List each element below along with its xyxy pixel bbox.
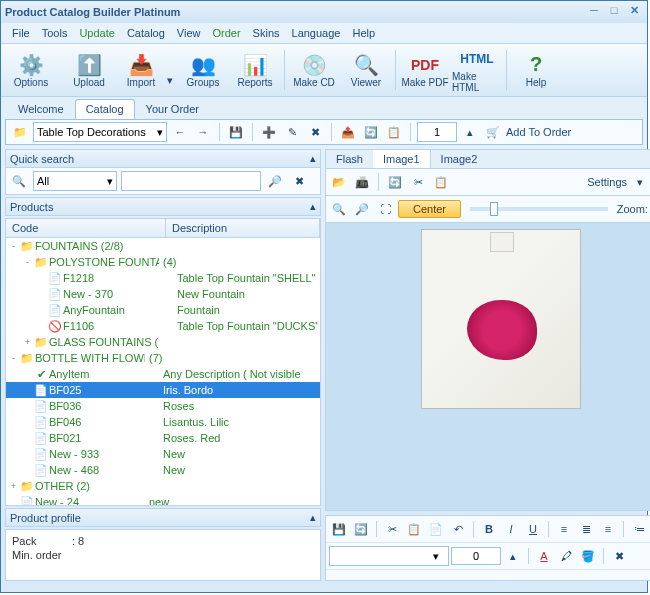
save-button[interactable]: 💾 xyxy=(226,122,246,142)
scan-button[interactable]: 📠 xyxy=(352,172,372,192)
tree-row[interactable]: 📄New - 468New xyxy=(6,462,320,478)
help-button[interactable]: ?Help xyxy=(510,46,562,94)
nav-forward-button[interactable]: → xyxy=(193,122,213,142)
tree-row[interactable]: 📄New - 370New Fountain xyxy=(6,286,320,302)
font-combo[interactable]: ▾ xyxy=(329,546,449,566)
menu-tools[interactable]: Tools xyxy=(37,25,73,41)
export-button[interactable]: 📤 xyxy=(338,122,358,142)
viewer-button[interactable]: 🔍Viewer xyxy=(340,46,392,94)
highlight-button[interactable]: 🖍 xyxy=(556,546,576,566)
add-to-order-icon[interactable]: 🛒 xyxy=(483,122,503,142)
ed-bold-button[interactable]: B xyxy=(479,519,499,539)
tree-row[interactable]: 📄New - 24new xyxy=(6,494,320,506)
menu-help[interactable]: Help xyxy=(347,25,380,41)
ed-paste-button[interactable]: 📄 xyxy=(426,519,446,539)
tree-row[interactable]: -📁POLYSTONE FOUNTAINS(4) xyxy=(6,254,320,270)
tree-row[interactable]: 📄BF046Lisantus. Lilic xyxy=(6,414,320,430)
open-image-button[interactable]: 📂 xyxy=(329,172,349,192)
tab-flash[interactable]: Flash xyxy=(326,150,373,168)
menu-language[interactable]: Language xyxy=(287,25,346,41)
ed-underline-button[interactable]: U xyxy=(523,519,543,539)
add-to-order-label[interactable]: Add To Order xyxy=(506,126,571,138)
ed-align-center-button[interactable]: ≣ xyxy=(576,519,596,539)
tree-row[interactable]: +📁GLASS FOUNTAINS (2) xyxy=(6,334,320,350)
expand-icon[interactable]: - xyxy=(8,353,19,363)
import-button[interactable]: 📥Import xyxy=(115,46,167,94)
groups-button[interactable]: 👥Groups xyxy=(177,46,229,94)
tree-row[interactable]: -📁FOUNTAINS (2/8) xyxy=(6,238,320,254)
font-size-spinner[interactable]: ▴ xyxy=(503,546,523,566)
ed-cut-button[interactable]: ✂ xyxy=(382,519,402,539)
tree-row[interactable]: 📄F1218Table Top Fountain "SHELL" xyxy=(6,270,320,286)
zoom-in-button[interactable]: 🔍 xyxy=(329,199,349,219)
menu-view[interactable]: View xyxy=(172,25,206,41)
zoom-out-button[interactable]: 🔎 xyxy=(352,199,372,219)
menu-file[interactable]: File xyxy=(7,25,35,41)
tree-row[interactable]: 📄BF021Roses. Red xyxy=(6,430,320,446)
expand-icon[interactable]: - xyxy=(8,241,19,251)
ed-italic-button[interactable]: I xyxy=(501,519,521,539)
upload-button[interactable]: ⬆️Upload xyxy=(63,46,115,94)
tab-welcome[interactable]: Welcome xyxy=(7,99,75,119)
settings-label[interactable]: Settings xyxy=(587,176,627,188)
col-code[interactable]: Code xyxy=(6,219,166,237)
rotate-button[interactable]: 🔄 xyxy=(385,172,405,192)
category-combo[interactable]: ▾ xyxy=(33,122,167,142)
search-field-combo[interactable]: ▾ xyxy=(33,171,117,191)
tree-row[interactable]: ✔AnyItemAny Description ( Not visible xyxy=(6,366,320,382)
collapse-icon[interactable]: ▴ xyxy=(310,511,316,524)
tree-row[interactable]: -📁BOTTLE WITH FLOWERS(7) xyxy=(6,350,320,366)
expand-icon[interactable]: - xyxy=(22,257,33,267)
image-viewport[interactable] xyxy=(325,223,650,511)
tab-image2[interactable]: Image2 xyxy=(431,150,488,168)
tree-row[interactable]: +📁OTHER (2) xyxy=(6,478,320,494)
paste-image-button[interactable]: 📋 xyxy=(431,172,451,192)
ed-undo-button[interactable]: ↶ xyxy=(448,519,468,539)
delete-item-button[interactable]: ✖ xyxy=(305,122,325,142)
ed-copy-button[interactable]: 📋 xyxy=(404,519,424,539)
tab-your-order[interactable]: Your Order xyxy=(135,99,210,119)
makepdf-button[interactable]: PDFMake PDF xyxy=(399,46,451,94)
category-icon[interactable]: 📁 xyxy=(10,122,30,142)
tree-row[interactable]: 📄BF025Iris. Bordo xyxy=(6,382,320,398)
crop-button[interactable]: ✂ xyxy=(408,172,428,192)
makecd-button[interactable]: 💿Make CD xyxy=(288,46,340,94)
maximize-button[interactable]: □ xyxy=(605,4,623,20)
ed-bullets-button[interactable]: ≔ xyxy=(629,519,649,539)
tree-row[interactable]: 📄BF036Roses xyxy=(6,398,320,414)
ed-align-left-button[interactable]: ≡ xyxy=(554,519,574,539)
copy-button[interactable]: 📋 xyxy=(384,122,404,142)
minimize-button[interactable]: ─ xyxy=(585,4,603,20)
tab-image1[interactable]: Image1 xyxy=(373,150,431,168)
options-button[interactable]: ⚙️Options xyxy=(5,46,57,94)
expand-icon[interactable]: + xyxy=(22,337,33,347)
menu-catalog[interactable]: Catalog xyxy=(122,25,170,41)
collapse-icon[interactable]: ▴ xyxy=(310,152,316,165)
collapse-icon[interactable]: ▴ xyxy=(310,200,316,213)
close-button[interactable]: ✕ xyxy=(625,4,643,20)
refresh-button[interactable]: 🔄 xyxy=(361,122,381,142)
clear-format-button[interactable]: ✖ xyxy=(609,546,629,566)
font-color-button[interactable]: A xyxy=(534,546,554,566)
ed-align-right-button[interactable]: ≡ xyxy=(598,519,618,539)
tab-catalog[interactable]: Catalog xyxy=(75,99,135,119)
add-item-button[interactable]: ➕ xyxy=(259,122,279,142)
center-button[interactable]: Center xyxy=(398,200,461,218)
menu-order[interactable]: Order xyxy=(207,25,245,41)
edit-item-button[interactable]: ✎ xyxy=(282,122,302,142)
search-go-button[interactable]: 🔎 xyxy=(265,171,285,191)
fill-button[interactable]: 🪣 xyxy=(578,546,598,566)
slider-thumb[interactable] xyxy=(490,202,498,216)
quantity-input[interactable] xyxy=(417,122,457,142)
search-input[interactable] xyxy=(121,171,261,191)
ed-refresh-button[interactable]: 🔄 xyxy=(351,519,371,539)
nav-back-button[interactable]: ← xyxy=(170,122,190,142)
menu-update[interactable]: Update xyxy=(74,25,119,41)
import-dropdown[interactable]: ▾ xyxy=(167,54,177,87)
reports-button[interactable]: 📊Reports xyxy=(229,46,281,94)
tree-row[interactable]: 📄AnyFountainFountain xyxy=(6,302,320,318)
search-field-input[interactable] xyxy=(37,175,107,187)
search-clear-button[interactable]: ✖ xyxy=(289,171,309,191)
qty-up-button[interactable]: ▴ xyxy=(460,122,480,142)
makehtml-button[interactable]: HTMLMake HTML xyxy=(451,46,503,94)
